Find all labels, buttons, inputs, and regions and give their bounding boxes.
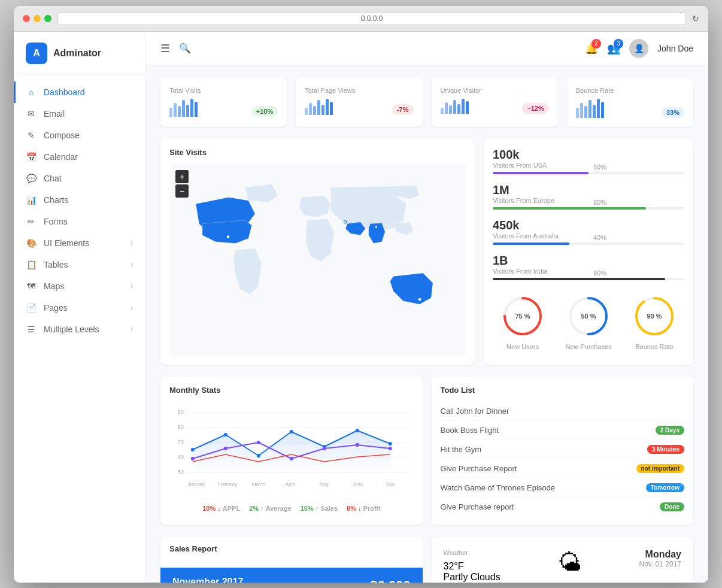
sidebar-item-charts[interactable]: 📊 Charts [14, 189, 145, 211]
sidebar-item-forms[interactable]: ✏ Forms [14, 211, 145, 232]
mini-bar [174, 103, 177, 117]
svg-point-30 [191, 457, 195, 460]
svg-point-29 [389, 442, 392, 445]
sidebar-brand: A Adminator [14, 32, 145, 75]
svg-point-23 [191, 448, 195, 451]
todo-text: Hit the Gym [441, 445, 482, 454]
mini-bars [305, 99, 333, 116]
svg-point-1 [344, 221, 347, 223]
svg-text:70: 70 [178, 439, 184, 445]
svg-point-35 [356, 443, 359, 447]
visitor-value: 100k [493, 148, 684, 162]
users-button[interactable]: 👥 3 [607, 42, 620, 55]
sidebar-item-dashboard[interactable]: ⌂ Dashboard [14, 81, 145, 103]
sales-amount: $6,000 [370, 578, 410, 583]
progress-bar [493, 278, 684, 280]
search-icon[interactable]: 🔍 [179, 43, 191, 54]
svg-point-25 [257, 454, 260, 457]
visitor-pct: 80% [593, 199, 606, 206]
topbar-right: 🔔 2 👥 3 👤 John Doe [585, 39, 693, 58]
progress-row: Visitors From USA 50% [493, 162, 684, 172]
todo-text: Call John for Dinner [441, 407, 509, 416]
mini-bar [453, 100, 456, 114]
mini-bar [601, 102, 604, 119]
avatar: 👤 [629, 39, 648, 58]
menu-icon[interactable]: ☰ [160, 42, 170, 55]
mini-bar [190, 99, 193, 117]
svg-point-31 [224, 447, 227, 450]
nav-label: Pages [44, 303, 68, 313]
nav-label: Email [44, 109, 65, 119]
sales-weather-row: Sales Report November 2017 Sales Report … [160, 537, 693, 583]
progress-row: Visitors From India 90% [493, 268, 684, 278]
sidebar-item-tables[interactable]: 📋 Tables › [14, 254, 145, 275]
progress-fill [493, 278, 665, 280]
chart-stat: 8% ↓ Profit [347, 505, 380, 512]
nav-icon: 📄 [26, 303, 37, 313]
circle-label: New Purchases [559, 343, 618, 350]
main-row: Site Visits + − [160, 139, 693, 365]
nav-icon: 📊 [26, 195, 37, 205]
sidebar-item-ui-elements[interactable]: 🎨 UI Elements › [14, 232, 145, 254]
mini-bar [466, 101, 469, 114]
stat-card: Total Visits +10% [160, 78, 287, 128]
nav-label: Multiple Levels [44, 325, 99, 334]
circle-svg: 75 % [499, 292, 547, 340]
map-zoom-out[interactable]: − [175, 184, 189, 198]
svg-text:50: 50 [178, 469, 184, 475]
sidebar-item-chat[interactable]: 💬 Chat [14, 168, 145, 189]
sidebar-item-calendar[interactable]: 📅 Calendar [14, 146, 145, 168]
mini-bar [449, 105, 452, 114]
todo-card: Todo List Call John for DinnerBook Boss … [432, 377, 694, 525]
svg-text:February: February [218, 481, 237, 487]
user-name: John Doe [657, 44, 693, 53]
sales-header: November 2017 Sales Report $6,000 [160, 568, 423, 583]
map-zoom-in[interactable]: + [175, 170, 189, 183]
mini-bar [457, 104, 460, 114]
mini-bar [462, 99, 465, 114]
dot-green[interactable] [44, 15, 51, 22]
sidebar-item-multiple-levels[interactable]: ☰ Multiple Levels › [14, 319, 145, 340]
nav-arrow: › [131, 260, 133, 269]
svg-point-34 [323, 447, 326, 450]
weather-card: Weather 32°F Partly Clouds 🌤 Monday Nov,… [432, 537, 694, 583]
stat-card: Bounce Rate 33% [567, 78, 693, 128]
stat-card: Total Page Views -7% [296, 78, 422, 128]
nav-label: Compose [44, 131, 80, 140]
svg-point-0 [226, 235, 230, 239]
browser-dots [23, 15, 51, 22]
todo-title: Todo List [441, 386, 685, 395]
mini-bar [597, 99, 600, 119]
nav-label: Dashboard [44, 87, 85, 97]
dot-red[interactable] [23, 15, 30, 22]
nav-label: UI Elements [44, 238, 89, 248]
svg-text:May: May [320, 481, 329, 487]
progress-bar [493, 172, 684, 174]
stat-bar-area: ~12% [441, 99, 549, 114]
notifications-button[interactable]: 🔔 2 [585, 42, 598, 55]
browser-refresh[interactable]: ↻ [692, 14, 699, 23]
visitor-label: Visitors From USA [493, 162, 588, 169]
stat-label: Bounce Rate [576, 87, 684, 94]
browser-url[interactable]: 0.0.0.0 [57, 12, 686, 25]
chart-stats: 10% ↓ APPL2% ↑ Average15% ↑ Sales8% ↓ Pr… [169, 505, 414, 512]
sidebar-item-pages[interactable]: 📄 Pages › [14, 297, 145, 319]
weather-left: Weather 32°F Partly Clouds [444, 549, 500, 583]
mini-bar [445, 102, 448, 114]
todo-item: Call John for Dinner [441, 402, 685, 421]
sidebar-item-compose[interactable]: ✎ Compose [14, 125, 145, 146]
nav-icon: 🗺 [26, 281, 37, 291]
stat-label: Total Visits [169, 87, 278, 94]
sidebar-item-email[interactable]: ✉ Email [14, 103, 145, 125]
dot-yellow[interactable] [34, 15, 41, 22]
weather-day: Monday [639, 549, 682, 560]
weather-date: Nov, 01 2017 [639, 560, 682, 568]
todo-text: Book Boss Flight [441, 426, 499, 435]
mini-bar [593, 105, 596, 119]
circle-label: Bounce Rate [624, 343, 684, 350]
weather-desc: Partly Clouds [444, 572, 500, 583]
nav-icon: 💬 [26, 174, 37, 183]
sidebar-item-maps[interactable]: 🗺 Maps › [14, 275, 145, 297]
todo-item: Give Purchase reportDone [441, 498, 685, 516]
nav-icon: ✏ [26, 217, 37, 226]
